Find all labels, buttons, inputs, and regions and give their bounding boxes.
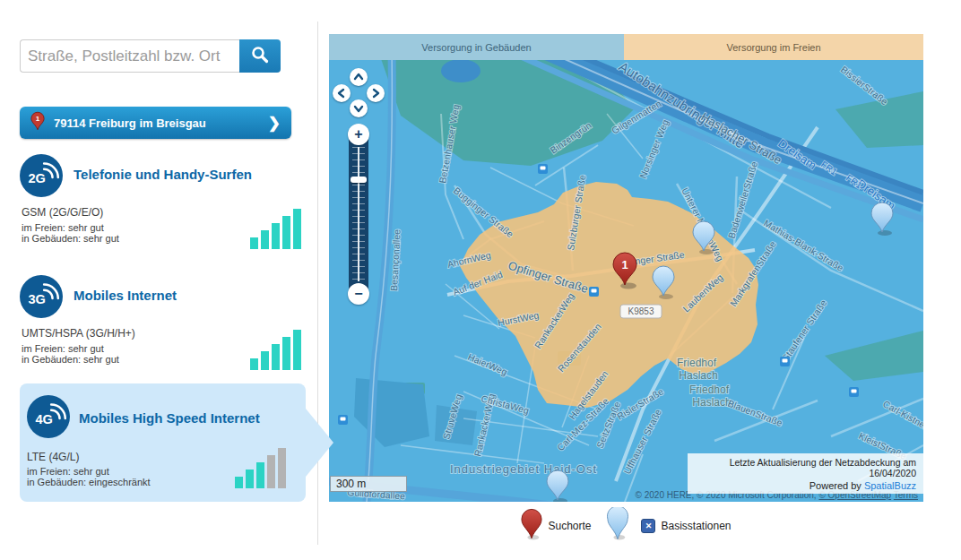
area-label: Haslach: [679, 369, 717, 382]
search-button[interactable]: [239, 39, 281, 73]
service-title: Telefonie und Handy-Surfen: [74, 167, 252, 182]
tab-versorgung-im-freien[interactable]: Versorgung im Freien: [624, 34, 923, 60]
4g-signal-icon: 4G: [27, 395, 70, 442]
pan-left-button[interactable]: [333, 84, 351, 102]
area-label: Friedhof: [677, 357, 717, 369]
svg-text:1: 1: [36, 115, 40, 123]
location-pin-icon: 1: [30, 111, 45, 134]
area-label: Haslach: [692, 396, 731, 409]
service-title: Mobiles Internet: [74, 288, 177, 303]
zoom-in-button[interactable]: +: [348, 124, 369, 145]
service-outdoor-quality: im Freien: sehr gut: [27, 466, 109, 477]
pan-right-button[interactable]: [367, 84, 385, 102]
svg-text:2G: 2G: [28, 171, 45, 185]
legend-base-stations-label: Basisstationen: [661, 520, 731, 532]
service-2g[interactable]: 2G Telefonie und Handy-Surfen GSM (2G/G/…: [20, 152, 305, 258]
zoom-out-button[interactable]: −: [348, 283, 369, 305]
bus-stop-icon: [538, 164, 548, 174]
road-shield: K9853: [620, 305, 662, 318]
legend-search-sites-label: Suchorte: [548, 520, 591, 532]
zoom-slider[interactable]: + −: [349, 125, 368, 303]
search-icon: [250, 45, 270, 67]
location-banner[interactable]: 1 79114 Freiburg im Breisgau ❯: [20, 107, 291, 139]
bus-stop-icon: [589, 287, 599, 297]
map-canvas[interactable]: Autobahnzubringer Mitte Dreisam Dreisam …: [329, 60, 923, 502]
location-label: 79114 Freiburg im Breisgau: [54, 116, 268, 130]
bus-stop-icon: [780, 357, 790, 366]
map-legend: Suchorte ✕ Basisstationen: [329, 504, 923, 548]
service-indoor-quality: in Gebäuden: sehr gut: [22, 233, 119, 244]
zoom-slider-handle[interactable]: [351, 177, 367, 183]
chevron-right-icon: ❯: [268, 114, 281, 133]
service-3g[interactable]: 3G Mobiles Internet UMTS/HSPA (3G/H/H+) …: [20, 273, 305, 379]
service-4g-selected[interactable]: 4G Mobiles High Speed Internet LTE (4G/L…: [20, 383, 306, 502]
bus-stop-icon: [849, 387, 859, 397]
signal-bars: [247, 208, 301, 249]
service-outdoor-quality: im Freien: sehr gut: [22, 343, 104, 354]
map-scale: 300 m: [330, 476, 407, 492]
2g-signal-icon: 2G: [20, 154, 63, 201]
svg-text:4G: 4G: [35, 412, 52, 426]
bus-stop-icon: [338, 415, 348, 425]
svg-text:3G: 3G: [28, 292, 45, 306]
spatialbuzz-link[interactable]: SpatialBuzz: [864, 480, 916, 491]
service-indoor-quality: in Gebäuden: sehr gut: [22, 354, 119, 365]
signal-bars: [247, 329, 301, 370]
3g-signal-icon: 3G: [20, 275, 63, 322]
area-label: Industriegebiet Haid-Ost: [450, 462, 597, 476]
search-site-pin-icon: [521, 508, 542, 544]
coverage-checker-app: 1 79114 Freiburg im Breisgau ❯ 2G Telefo…: [0, 0, 961, 560]
signal-bars: [232, 447, 286, 488]
map-tiles: Autobahnzubringer Mitte Dreisam Dreisam …: [329, 60, 923, 502]
svg-text:1: 1: [621, 258, 628, 271]
service-technology: UMTS/HSPA (3G/H/H+): [22, 327, 135, 340]
coverage-tabs: Versorgung in Gebäuden Versorgung im Fre…: [329, 34, 923, 60]
service-title: Mobiles High Speed Internet: [79, 410, 260, 426]
map-attribution-box: Letzte Aktualisierung der Netzabdeckung …: [688, 453, 923, 494]
service-indoor-quality: in Gebäuden: eingeschränkt: [27, 477, 151, 487]
base-station-pin-icon: [607, 507, 628, 545]
coverage-map: Versorgung in Gebäuden Versorgung im Fre…: [329, 34, 923, 502]
tab-versorgung-in-gebaeuden[interactable]: Versorgung in Gebäuden: [329, 34, 624, 60]
zoom-slider-track: [358, 147, 359, 281]
service-technology: LTE (4G/L): [27, 451, 79, 463]
svg-text:K9853: K9853: [628, 306, 654, 316]
search-input[interactable]: [20, 39, 239, 73]
hide-base-stations-button[interactable]: ✕: [641, 519, 655, 533]
pan-down-button[interactable]: [350, 99, 368, 117]
service-technology: GSM (2G/G/E/O): [22, 206, 103, 219]
pan-up-button[interactable]: [350, 68, 368, 86]
service-outdoor-quality: im Freien: sehr gut: [22, 222, 104, 233]
area-label: Friedhof: [689, 383, 730, 396]
search-bar: [20, 39, 281, 73]
powered-by-text: Powered by SpatialBuzz: [695, 480, 916, 491]
coverage-updated-text: Letzte Aktualisierung der Netzabdeckung …: [695, 457, 916, 478]
